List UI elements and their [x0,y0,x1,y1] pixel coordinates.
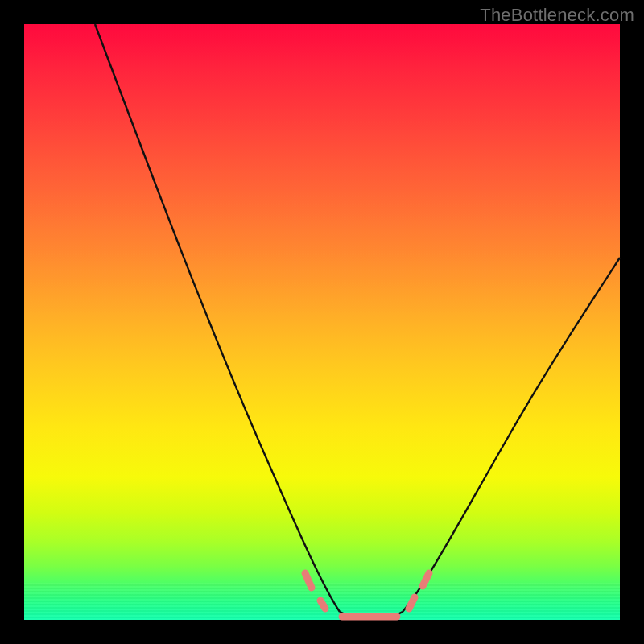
chart-frame: TheBottleneck.com [0,0,644,644]
svg-line-3 [409,597,415,609]
svg-line-1 [320,601,325,609]
svg-line-0 [305,573,312,588]
watermark-text: TheBottleneck.com [480,5,634,26]
marker-group [305,573,429,617]
left-curve [95,24,340,612]
plot-area [24,24,620,620]
right-curve [402,258,620,612]
svg-line-4 [423,573,429,586]
curves-svg [24,24,620,620]
